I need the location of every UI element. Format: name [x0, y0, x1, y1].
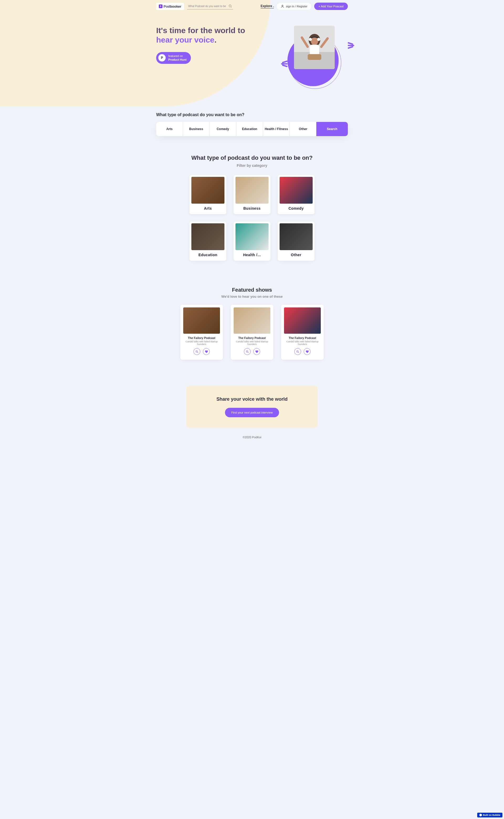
footer-copyright: ©2020 PodKoi [156, 428, 348, 447]
logo-text: Podbooker [164, 4, 181, 8]
topbar: Podbooker Explore . sign in / Register +… [156, 0, 348, 10]
show-image [183, 308, 220, 334]
heart-icon [205, 350, 208, 353]
filter-subtitle: Filter by category [156, 163, 348, 167]
card-label: Business [235, 206, 269, 211]
ph-circle: P [158, 54, 166, 61]
card-comedy[interactable]: Comedy [278, 175, 314, 214]
cta-title: Share your voice with the world [197, 397, 307, 402]
view-button[interactable] [193, 348, 200, 355]
category-grid: Arts Business Comedy Education Health /.… [156, 175, 348, 261]
card-business[interactable]: Business [234, 175, 270, 214]
view-button[interactable] [294, 348, 301, 355]
show-card: The Failory Podcast Candid talks with fa… [231, 305, 273, 360]
card-image [191, 223, 224, 250]
svg-line-1 [231, 7, 232, 7]
cta-box: Share your voice with the world Find you… [186, 386, 318, 428]
svg-point-10 [317, 38, 320, 41]
spark-icon [348, 41, 356, 49]
hero: It's time for the world to hear your voi… [156, 10, 348, 86]
featured-grid: The Failory Podcast Candid talks with fa… [156, 305, 348, 360]
category-education[interactable]: Education [236, 122, 263, 136]
show-card: The Failory Podcast Candid talks with fa… [180, 305, 223, 360]
card-image [235, 223, 269, 250]
show-image [284, 308, 321, 334]
add-podcast-button[interactable]: + Add Your Poscast [314, 3, 348, 10]
card-other[interactable]: Other [278, 222, 314, 261]
logo-icon [159, 4, 162, 8]
search-icon [228, 4, 232, 8]
favorite-button[interactable] [203, 348, 210, 355]
card-arts[interactable]: Arts [190, 175, 226, 214]
spark-icon [280, 60, 287, 68]
favorite-button[interactable] [253, 348, 260, 355]
signin-label: sign in / Register [286, 5, 307, 8]
hero-text: It's time for the world to hear your voi… [156, 26, 245, 64]
svg-point-0 [229, 5, 231, 7]
search-icon [246, 350, 249, 353]
category-other[interactable]: Other [290, 122, 316, 136]
search-icon [296, 350, 300, 353]
favorite-button[interactable] [304, 348, 311, 355]
product-hunt-badge[interactable]: P featured on Product Hunt [156, 52, 191, 64]
search-input[interactable] [187, 3, 233, 9]
card-image [191, 177, 224, 203]
show-desc: Candid talks with failed startup founder… [183, 340, 220, 346]
card-label: Health /... [235, 253, 269, 257]
show-title: The Failory Podcast [233, 336, 271, 340]
hero-image [290, 26, 350, 86]
category-bar: Arts Business Comedy Education Health / … [156, 122, 348, 136]
card-label: Comedy [280, 206, 313, 211]
user-icon [281, 4, 284, 8]
hero-headline: It's time for the world to hear your voi… [156, 26, 245, 45]
card-label: Arts [191, 206, 224, 211]
heart-icon [255, 350, 259, 353]
featured-title: Featured shows [156, 287, 348, 293]
show-title: The Failory Podcast [284, 336, 321, 340]
svg-rect-7 [310, 45, 319, 55]
heart-icon [306, 350, 309, 353]
category-business[interactable]: Business [183, 122, 210, 136]
svg-point-9 [309, 38, 312, 41]
svg-rect-8 [308, 54, 321, 60]
card-label: Other [280, 253, 313, 257]
show-desc: Candid talks with failed startup founder… [233, 340, 271, 346]
explore-link[interactable]: Explore . [261, 4, 274, 8]
category-arts[interactable]: Arts [156, 122, 183, 136]
show-image [234, 308, 270, 334]
filter-title: What type of podcast do you want to be o… [156, 154, 348, 161]
card-label: Education [191, 253, 224, 257]
svg-point-2 [282, 5, 283, 6]
show-desc: Candid talks with failed startup founder… [284, 340, 321, 346]
card-image [280, 223, 313, 250]
category-search-button[interactable]: Search [316, 122, 348, 136]
card-image [235, 177, 269, 203]
category-comedy[interactable]: Comedy [210, 122, 237, 136]
cta-button[interactable]: Find your next podcast interview [225, 408, 279, 417]
show-card: The Failory Podcast Candid talks with fa… [281, 305, 324, 360]
category-prompt: What type of podcast do you want to be o… [156, 112, 348, 122]
topbar-search [187, 3, 233, 9]
category-health-fitness[interactable]: Health / Fitness [263, 122, 290, 136]
card-health[interactable]: Health /... [234, 222, 270, 261]
view-button[interactable] [244, 348, 251, 355]
logo[interactable]: Podbooker [156, 3, 184, 10]
ph-text: featured on Product Hunt [168, 54, 187, 62]
card-education[interactable]: Education [190, 222, 226, 261]
show-title: The Failory Podcast [183, 336, 220, 340]
search-icon [195, 350, 199, 353]
featured-subtitle: We'd love to hear you on one of these [156, 295, 348, 299]
signin-button[interactable]: sign in / Register [277, 3, 311, 10]
card-image [280, 177, 313, 203]
